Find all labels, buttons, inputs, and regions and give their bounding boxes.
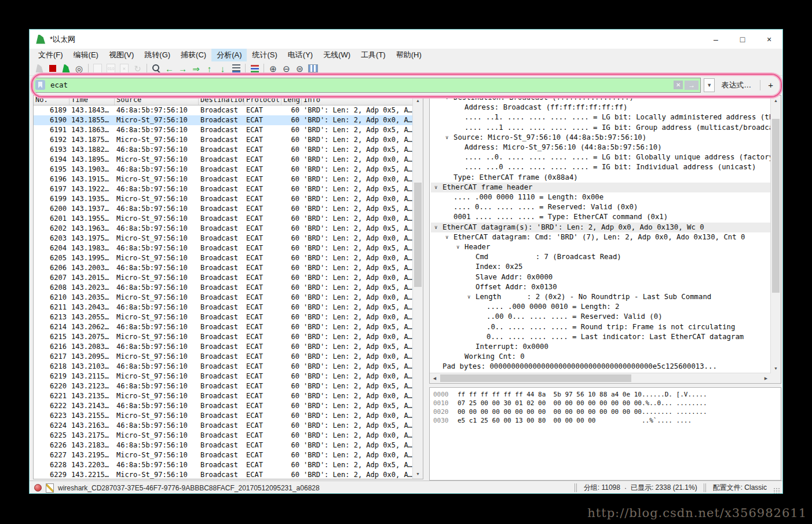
table-row[interactable]: 6223143.2155…Micro-St_97:56:10BroadcastE… — [34, 411, 413, 421]
detail-tree-leaf[interactable]: 0001 .... .... .... = Type: EtherCAT com… — [431, 212, 771, 222]
close-file-icon[interactable]: ✕ — [118, 63, 131, 74]
go-to-packet-icon[interactable]: ⇒ — [189, 63, 203, 74]
detail-tree-leaf[interactable]: Address: Micro-St_97:56:10 (44:8a:5b:97:… — [431, 143, 771, 152]
auto-scroll-icon[interactable] — [229, 63, 243, 74]
display-filter-input[interactable]: ecat ✕ → — [33, 78, 701, 93]
table-row[interactable]: 6228143.2203…46:8a:5b:97:56:10BroadcastE… — [34, 460, 413, 470]
maximize-button[interactable]: □ — [729, 30, 756, 49]
column-header-protocol[interactable]: Protocol — [244, 96, 281, 105]
detail-tree-leaf[interactable]: Index: 0x25 — [431, 262, 771, 272]
menu-item-5[interactable]: 捕获(C) — [175, 49, 211, 61]
filter-value[interactable]: ecat — [50, 81, 68, 89]
menu-item-6[interactable]: 分析(A) — [211, 49, 247, 61]
scroll-down-icon[interactable]: ▼ — [771, 363, 781, 373]
table-row[interactable]: 6207143.2015…Micro-St_97:56:10BroadcastE… — [34, 273, 413, 283]
expand-chevron-icon[interactable]: ∨ — [445, 133, 453, 143]
scrollbar-thumb[interactable] — [440, 374, 631, 382]
expand-chevron-icon[interactable]: ∨ — [467, 292, 476, 302]
table-row[interactable]: 6192143.1875…Micro-St_97:56:10BroadcastE… — [34, 135, 413, 145]
table-row[interactable]: 6222143.2143…46:8a:5b:97:56:10BroadcastE… — [34, 401, 413, 411]
filter-bookmark-icon[interactable] — [35, 80, 45, 90]
detail-tree-leaf[interactable]: Offset Addr: 0x0130 — [431, 282, 771, 292]
hex-row[interactable]: 0000ff ff ff ff ff ff 44 8a 5b 97 56 10 … — [433, 390, 777, 399]
hex-row[interactable]: 0030e5 c1 25 60 00 13 00 80 00 00 00 00.… — [433, 416, 777, 425]
detail-tree-leaf[interactable]: Pad bytes: 00000000000000000000000000000… — [431, 362, 771, 372]
menu-item-8[interactable]: 电话(Y) — [283, 49, 318, 61]
table-row[interactable]: 6190143.1855…Micro-St_97:56:10BroadcastE… — [34, 115, 413, 125]
detail-tree-branch[interactable]: ∨EtherCAT datagram(s): 'BRD': Len: 2, Ad… — [431, 223, 771, 232]
menu-item-2[interactable]: 编辑(E) — [68, 49, 104, 61]
filter-apply-icon[interactable]: → — [685, 81, 698, 90]
detail-tree-leaf[interactable]: .... .000 0000 0010 = Length: 2 — [431, 302, 771, 312]
expand-chevron-icon[interactable]: ∨ — [434, 223, 442, 232]
packet-bytes-pane[interactable]: 0000ff ff ff ff ff ff 44 8a 5b 97 56 10 … — [429, 387, 781, 481]
resize-grip[interactable] — [773, 487, 780, 494]
detail-tree-leaf[interactable]: ..00 0... .... .... = Reserved: Valid (0… — [431, 312, 771, 322]
go-to-bottom-icon[interactable]: ↓ — [216, 63, 229, 74]
detail-tree-leaf[interactable]: Interrupt: 0x0000 — [431, 342, 771, 352]
detail-tree-leaf[interactable]: .... ...0 .... .... .... .... = IG bit: … — [431, 162, 771, 172]
zoom-100-icon[interactable]: ⊜ — [293, 63, 306, 74]
detail-tree-leaf[interactable]: .... ...1 .... .... .... .... = IG bit: … — [431, 123, 771, 133]
packet-list-pane[interactable]: No.TimeSourceDestinationProtocolLengthIn… — [33, 95, 423, 479]
table-row[interactable]: 6203143.1975…Micro-St_97:56:10BroadcastE… — [34, 234, 413, 243]
table-row[interactable]: 6194143.1895…Micro-St_97:56:10BroadcastE… — [34, 155, 413, 165]
table-row[interactable]: 6219143.2115…Micro-St_97:56:10BroadcastE… — [34, 372, 413, 381]
zoom-out-icon[interactable]: ⊖ — [280, 63, 293, 74]
detail-tree-leaf[interactable]: Type: EtherCAT frame (0x88a4) — [431, 173, 771, 183]
table-row[interactable]: 6220143.2123…46:8a:5b:97:56:10BroadcastE… — [34, 381, 413, 391]
open-file-icon[interactable] — [91, 63, 104, 74]
table-row[interactable]: 6227143.2195…Micro-St_97:56:10BroadcastE… — [34, 450, 413, 460]
hex-row[interactable]: 002000 00 00 00 00 00 00 00 00 00 00 00 … — [433, 407, 777, 416]
packet-detail-pane[interactable]: ∨Destination: Broadcast (ff:ff:ff:ff:ff:… — [429, 95, 781, 384]
column-header-no[interactable]: No. — [34, 96, 70, 105]
detail-tree-branch[interactable]: ∨Length : 2 (0x2) - No Roundtrip - Last … — [431, 292, 771, 302]
detail-tree-leaf[interactable]: .... 0... .... .... = Reserved: Valid (0… — [431, 202, 771, 212]
table-row[interactable]: 6196143.1915…Micro-St_97:56:10BroadcastE… — [34, 174, 413, 184]
add-filter-button[interactable]: + — [763, 80, 778, 90]
scroll-up-icon[interactable]: ▲ — [771, 96, 781, 105]
column-header-source[interactable]: Source — [115, 96, 199, 105]
table-row[interactable]: 6208143.2023…46:8a:5b:97:56:10BroadcastE… — [34, 283, 413, 293]
table-row[interactable]: 6205143.1995…Micro-St_97:56:10BroadcastE… — [34, 253, 413, 263]
reload-file-icon[interactable]: ↻ — [131, 63, 144, 74]
expression-button[interactable]: 表达式… — [718, 80, 757, 90]
go-back-icon[interactable]: ← — [163, 63, 176, 74]
table-row[interactable]: 6226143.2183…46:8a:5b:97:56:10BroadcastE… — [34, 441, 413, 450]
table-row[interactable]: 6193143.1882…46:8a:5b:97:56:10BroadcastE… — [34, 145, 413, 155]
table-row[interactable]: 6197143.1922…46:8a:5b:97:56:10BroadcastE… — [34, 184, 413, 194]
packet-list-vertical-scrollbar[interactable]: ▲ ▼ — [412, 96, 423, 479]
detail-tree-branch[interactable]: ∨Destination: Broadcast (ff:ff:ff:ff:ff:… — [431, 95, 771, 103]
menu-item-7[interactable]: 统计(S) — [247, 49, 282, 61]
zoom-in-icon[interactable]: ⊕ — [266, 63, 280, 74]
table-row[interactable]: 6200143.1937…46:8a:5b:97:56:10BroadcastE… — [34, 204, 413, 214]
vertical-splitter[interactable] — [423, 95, 429, 481]
capture-options-icon[interactable]: ◎ — [72, 63, 86, 74]
detail-tree-leaf[interactable]: .0.. .... .... .... = Round trip: Frame … — [431, 322, 771, 332]
table-row[interactable]: 6206143.2003…46:8a:5b:97:56:10BroadcastE… — [34, 263, 413, 273]
table-row[interactable]: 6213143.2055…Micro-St_97:56:10BroadcastE… — [34, 312, 413, 322]
detail-tree-leaf[interactable]: .... .000 0000 1110 = Length: 0x00e — [431, 192, 771, 202]
close-button[interactable]: × — [756, 30, 782, 49]
table-row[interactable]: 6210143.2035…Micro-St_97:56:10BroadcastE… — [34, 293, 413, 303]
table-row[interactable]: 6217143.2095…Micro-St_97:56:10BroadcastE… — [34, 352, 413, 362]
table-row[interactable]: 6214143.2062…46:8a:5b:97:56:10BroadcastE… — [34, 322, 413, 332]
expand-chevron-icon[interactable]: ∨ — [434, 183, 442, 192]
column-header-time[interactable]: Time — [70, 96, 115, 105]
capture-comment-icon[interactable] — [46, 483, 54, 493]
detail-horizontal-scrollbar[interactable]: ◀ ▶ — [430, 373, 771, 383]
find-packet-icon[interactable] — [149, 63, 163, 74]
scroll-right-icon[interactable]: ▶ — [761, 373, 771, 383]
menu-item-1[interactable]: 文件(F) — [33, 49, 68, 61]
detail-tree-leaf[interactable]: Slave Addr: 0x0000 — [431, 272, 771, 282]
expand-chevron-icon[interactable]: ∨ — [456, 242, 464, 252]
table-row[interactable]: 6195143.1903…46:8a:5b:97:56:10BroadcastE… — [34, 165, 413, 174]
filter-history-dropdown-icon[interactable]: ▼ — [704, 78, 715, 92]
expand-chevron-icon[interactable]: ∨ — [445, 232, 453, 242]
column-header-info[interactable]: Info — [302, 96, 423, 105]
save-file-icon[interactable]: 010 — [104, 63, 118, 74]
expert-info-icon[interactable] — [34, 484, 42, 492]
detail-tree-branch[interactable]: ∨EtherCAT frame header — [431, 183, 771, 192]
table-row[interactable]: 6229143.2215…Micro-St_97:56:10BroadcastE… — [34, 470, 413, 479]
stop-capture-icon[interactable] — [46, 63, 59, 74]
